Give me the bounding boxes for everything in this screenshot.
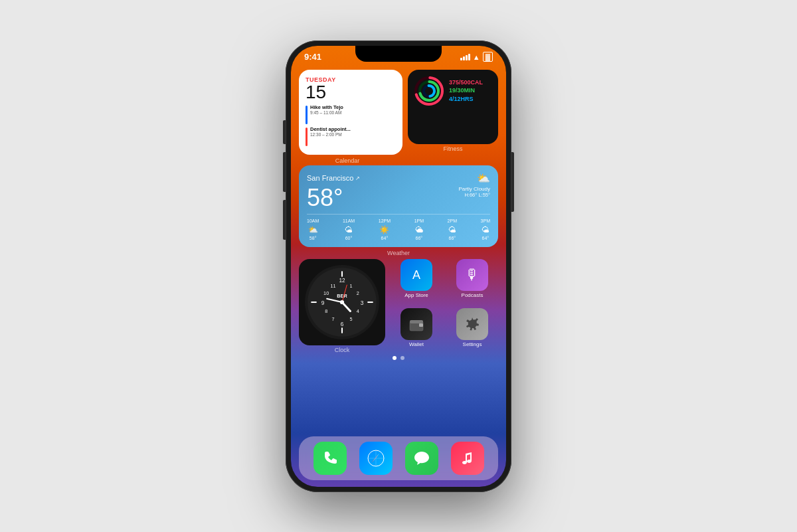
vol-down-button[interactable] xyxy=(283,200,286,240)
svg-text:9: 9 xyxy=(321,300,325,306)
dock-safari[interactable] xyxy=(359,442,393,475)
phone-screen: 9:41 ▲ ▓ TUESDAY 15 xyxy=(291,46,506,487)
event-time-1: 9:45 – 11:00 AM xyxy=(310,110,343,116)
page-dots xyxy=(299,356,498,360)
svg-rect-32 xyxy=(419,323,423,327)
svg-marker-38 xyxy=(371,455,378,463)
event-text-1: Hike with Tejo 9:45 – 11:00 AM xyxy=(310,104,343,116)
forecast-2pm: 2PM 🌤 66° xyxy=(448,219,457,240)
event-text-2: Dentist appoint... 12:30 – 2:00 PM xyxy=(310,126,351,138)
svg-text:10: 10 xyxy=(323,290,329,296)
weather-high: H:66° L:55° xyxy=(458,192,490,198)
app-store-icon-wrap[interactable]: A App Store xyxy=(391,259,442,304)
weather-city: San Francisco ↗ ⛅ xyxy=(307,172,490,185)
settings-icon[interactable] xyxy=(456,308,488,340)
svg-point-28 xyxy=(340,300,344,304)
appstore-svg: A xyxy=(407,266,426,284)
svg-text:A: A xyxy=(412,268,420,282)
podcasts-icon[interactable]: 🎙 xyxy=(456,259,488,291)
music-app-icon[interactable] xyxy=(451,442,484,475)
svg-text:5: 5 xyxy=(349,315,352,321)
weather-description: Partly Cloudy H:66° L:55° xyxy=(458,186,490,198)
music-svg xyxy=(458,449,477,468)
messages-svg xyxy=(412,449,431,468)
app-store-label: App Store xyxy=(404,292,428,298)
clock-widget-container: 12 3 6 9 1 2 4 5 7 8 11 10 xyxy=(299,259,385,353)
forecast-12pm: 12PM ☀️ 64° xyxy=(379,219,391,240)
svg-text:4: 4 xyxy=(357,308,359,313)
fitness-top: 375/500CAL 19/30MIN 4/12HRS xyxy=(414,76,491,106)
svg-text:3: 3 xyxy=(361,300,364,306)
clock-face-icon: 12 3 6 9 1 2 4 5 7 8 11 10 xyxy=(304,264,380,340)
activity-rings-icon xyxy=(414,76,444,106)
event-time-2: 12:30 – 2:00 PM xyxy=(310,132,351,137)
notch xyxy=(355,46,442,62)
wallet-svg xyxy=(407,315,426,333)
settings-icon-wrap[interactable]: Settings xyxy=(446,308,498,353)
fitness-widget[interactable]: 375/500CAL 19/30MIN 4/12HRS xyxy=(408,70,498,144)
weather-forecast: 10AM ⛅ 58° 11AM 🌤 60° 12PM ☀️ 64° xyxy=(307,214,490,240)
event-color-bar-2 xyxy=(306,128,308,146)
weather-widget-container: San Francisco ↗ ⛅ 58° Partly Cloudy H:66… xyxy=(299,165,498,256)
fitness-minutes: 19/30MIN xyxy=(449,86,491,95)
app-area: 12 3 6 9 1 2 4 5 7 8 11 10 xyxy=(299,259,498,353)
weather-temp-row: 58° Partly Cloudy H:66° L:55° xyxy=(307,186,490,210)
weather-widget[interactable]: San Francisco ↗ ⛅ 58° Partly Cloudy H:66… xyxy=(299,165,498,247)
home-content: TUESDAY 15 Hike with Tejo 9:45 – 11:00 A… xyxy=(291,64,506,487)
battery-icon: ▓ xyxy=(483,52,493,62)
dock-phone[interactable] xyxy=(313,442,347,475)
forecast-11am: 11AM 🌤 60° xyxy=(343,219,355,240)
fitness-stats: 375/500CAL 19/30MIN 4/12HRS xyxy=(449,78,491,104)
phone-frame: 9:41 ▲ ▓ TUESDAY 15 xyxy=(286,41,511,492)
widget-labels-row-1: Calendar xyxy=(299,157,498,164)
weather-temperature: 58° xyxy=(307,186,343,210)
vol-up-button[interactable] xyxy=(283,152,286,192)
spacer xyxy=(401,157,498,164)
dock-music[interactable] xyxy=(451,442,484,475)
calendar-event-2: Dentist appoint... 12:30 – 2:00 PM xyxy=(306,126,396,146)
settings-label: Settings xyxy=(463,341,482,347)
safari-app-icon[interactable] xyxy=(359,442,393,475)
svg-text:12: 12 xyxy=(339,276,345,283)
phone-svg xyxy=(321,449,339,468)
wallet-icon[interactable] xyxy=(400,308,432,340)
svg-rect-31 xyxy=(410,320,423,323)
fitness-hours: 4/12HRS xyxy=(449,95,491,104)
safari-svg xyxy=(366,448,386,468)
settings-svg xyxy=(463,315,482,333)
widgets-row-1: TUESDAY 15 Hike with Tejo 9:45 – 11:00 A… xyxy=(299,70,498,155)
dock xyxy=(299,436,498,480)
calendar-date: 15 xyxy=(306,83,396,102)
dock-messages[interactable] xyxy=(405,442,438,475)
svg-text:2: 2 xyxy=(357,290,359,296)
page-dot-1 xyxy=(393,356,397,360)
wallet-icon-wrap[interactable]: Wallet xyxy=(391,308,442,353)
podcasts-label: Podcasts xyxy=(462,292,484,298)
signal-icon xyxy=(460,54,470,60)
calendar-label: Calendar xyxy=(299,157,396,164)
podcasts-icon-wrap[interactable]: 🎙 Podcasts xyxy=(446,259,498,304)
status-icons: ▲ ▓ xyxy=(460,52,493,62)
phone-app-icon[interactable] xyxy=(313,442,347,475)
messages-app-icon[interactable] xyxy=(405,442,438,475)
svg-text:1: 1 xyxy=(349,283,352,289)
fitness-calories: 375/500CAL xyxy=(449,78,491,87)
calendar-widget[interactable]: TUESDAY 15 Hike with Tejo 9:45 – 11:00 A… xyxy=(299,70,402,155)
event-title-1: Hike with Tejo xyxy=(310,104,343,111)
svg-text:BER: BER xyxy=(337,292,347,298)
forecast-1pm: 1PM 🌥 66° xyxy=(414,219,424,240)
fitness-widget-container: 375/500CAL 19/30MIN 4/12HRS Fitness xyxy=(408,70,498,155)
wallet-label: Wallet xyxy=(409,341,424,347)
event-title-2: Dentist appoint... xyxy=(310,126,351,133)
app-grid: A App Store 🎙 Podcasts xyxy=(391,259,498,353)
svg-text:7: 7 xyxy=(332,315,335,321)
wifi-icon: ▲ xyxy=(473,53,480,61)
clock-label: Clock xyxy=(335,347,350,353)
weather-label: Weather xyxy=(299,250,498,256)
power-button[interactable] xyxy=(511,152,514,212)
clock-widget[interactable]: 12 3 6 9 1 2 4 5 7 8 11 10 xyxy=(299,259,385,345)
svg-text:11: 11 xyxy=(330,283,335,289)
status-time: 9:41 xyxy=(304,52,321,62)
app-store-icon[interactable]: A xyxy=(400,259,432,291)
page-dot-2 xyxy=(400,356,404,360)
